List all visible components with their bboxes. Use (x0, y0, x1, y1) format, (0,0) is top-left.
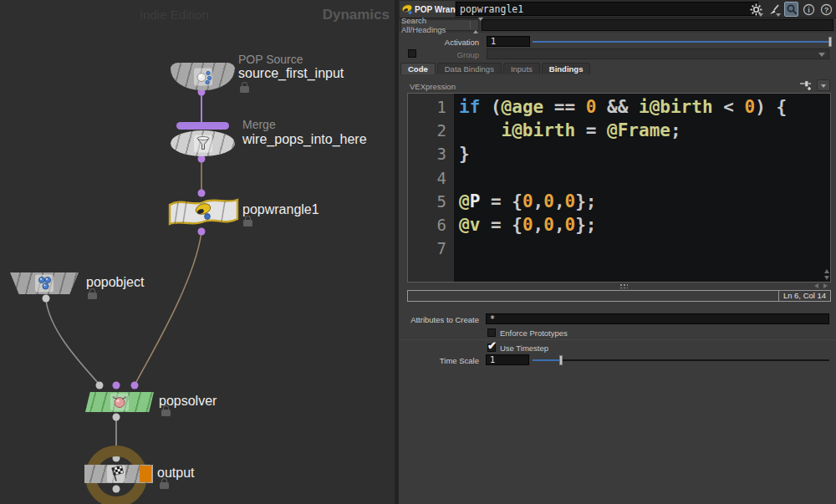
node-popsolver[interactable] (85, 392, 154, 412)
lock-icon (88, 293, 97, 299)
attributes-to-create-input[interactable]: * (486, 313, 829, 324)
chevron-down-icon (818, 53, 825, 57)
info-icon[interactable]: i (802, 2, 816, 17)
time-scale-row: Time Scale 1 (399, 354, 836, 367)
node-type-label: POP Source (238, 53, 303, 66)
node-name-input[interactable]: popwrangle1 (456, 2, 758, 16)
search-row: Search All/Headings (399, 18, 836, 33)
lock-icon (240, 86, 249, 93)
vex-code-lines[interactable]: if (@age == 0 && i@birth < 0) { i@birth … (454, 94, 830, 282)
attributes-to-create-label: Attributes to Create (399, 315, 479, 324)
popsolver-icon (110, 394, 129, 411)
svg-text:?: ? (824, 6, 829, 14)
gear-icon[interactable] (749, 2, 763, 17)
vex-code-gutter: 1234567 (408, 94, 454, 282)
parameter-tabs: Code Data Bindings Inputs Bindings (400, 63, 590, 74)
edit-expression-icon[interactable] (798, 79, 813, 92)
output-checkered-flag-icon (107, 466, 125, 483)
search-scope-button[interactable]: Search All/Headings (400, 19, 479, 31)
enforce-prototypes-row: ✔ Enforce Prototypes (399, 328, 836, 340)
use-timestep-checkbox[interactable]: ✔ (487, 344, 496, 352)
pop-source-icon (194, 68, 212, 85)
houdini-window: Indie Edition Dynamics (0, 0, 836, 504)
lock-icon (243, 220, 252, 227)
vexpression-label: VEXpression (410, 82, 456, 91)
use-timestep-row: ✔ Use Timestep (399, 343, 836, 355)
time-scale-label: Time Scale (399, 356, 479, 365)
search-input[interactable] (482, 19, 833, 31)
magnifier-icon[interactable] (784, 2, 798, 17)
merge-input-highlight[interactable] (176, 122, 229, 130)
chevron-down-icon (821, 84, 826, 88)
language-menu-button[interactable] (817, 79, 830, 91)
popobject-icon (35, 275, 54, 293)
parameter-panel: POP Wrangle popwrangle1 (399, 0, 836, 504)
network-editor[interactable]: Indie Edition Dynamics (0, 0, 395, 504)
node-type-label: Merge (242, 118, 276, 131)
activation-slider[interactable] (533, 37, 830, 47)
svg-text:i: i (808, 6, 810, 14)
output-flag[interactable] (140, 466, 151, 482)
activation-input[interactable]: 1 (487, 36, 530, 47)
time-scale-input[interactable]: 1 (486, 354, 529, 365)
editor-status-bar: Ln 6, Col 14 (407, 290, 831, 302)
group-dropdown[interactable] (487, 48, 829, 59)
node-merge[interactable] (171, 130, 235, 156)
editor-vscroll-buttons[interactable] (824, 269, 829, 280)
tab-inputs[interactable]: Inputs (503, 63, 540, 74)
lock-icon (161, 410, 171, 416)
tab-data-bindings[interactable]: Data Bindings (437, 63, 502, 74)
pop-wrangle-icon (401, 3, 414, 16)
node-popwrangle1[interactable] (166, 194, 242, 236)
group-row: ✔ Group (399, 48, 836, 61)
tab-bindings[interactable]: Bindings (542, 63, 591, 74)
activation-label: Activation (399, 38, 479, 47)
group-label: Group (399, 50, 479, 59)
brush-icon[interactable] (767, 2, 781, 17)
tab-code[interactable]: Code (400, 63, 436, 74)
node-output[interactable] (84, 465, 153, 483)
editor-hscrollbar[interactable] (407, 283, 831, 289)
activation-row: Activation 1 (399, 36, 836, 48)
help-icon[interactable]: ? (819, 2, 833, 17)
lock-icon (160, 482, 169, 489)
section-divider (399, 339, 836, 340)
node-type-chip: POP Wrangle (400, 1, 455, 18)
node-name-label[interactable]: wire_pops_into_here (242, 132, 367, 147)
attributes-to-create-row: Attributes to Create * (399, 313, 836, 326)
spinner-arrows-icon (470, 21, 478, 29)
vex-code-editor[interactable]: 1234567 if (@age == 0 && i@birth < 0) { … (407, 93, 831, 283)
cursor-position-status: Ln 6, Col 14 (778, 291, 830, 301)
merge-funnel-icon (194, 135, 212, 152)
vexpression-row: VEXpression (399, 77, 836, 93)
search-scope-label: Search All/Headings (401, 16, 466, 34)
time-scale-slider[interactable] (533, 355, 829, 365)
use-timestep-label: Use Timestep (500, 344, 548, 353)
node-popobject[interactable] (10, 272, 79, 294)
node-name-label[interactable]: source_first_input (238, 66, 344, 81)
enforce-prototypes-checkbox[interactable]: ✔ (487, 328, 496, 337)
drag-grip-icon[interactable] (619, 283, 628, 288)
enforce-prototypes-label: Enforce Prototypes (500, 328, 568, 338)
node-name-label[interactable]: popobject (86, 275, 144, 290)
node-name-label[interactable]: popwrangle1 (242, 202, 319, 217)
